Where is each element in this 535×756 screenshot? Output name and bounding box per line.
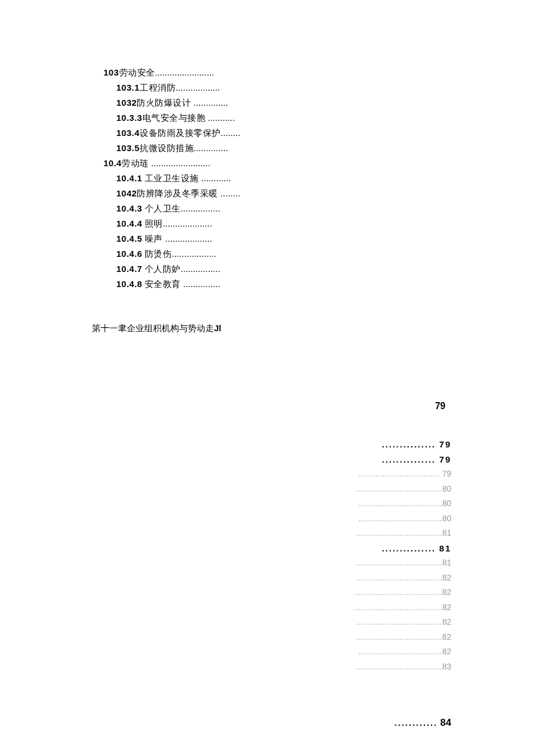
toc-entry: 103劳动安全........................ — [104, 65, 278, 80]
leader-dots: .............. — [191, 98, 228, 108]
leader-dots: ............ — [199, 174, 231, 183]
toc-entry-number: 10.4.5 — [116, 234, 142, 243]
page-num: 80 — [442, 499, 451, 508]
toc-entry: 10.4.8 安全教育 ............... — [116, 277, 278, 292]
page-num: 84 — [437, 717, 451, 728]
leader-dots: ........... — [205, 113, 235, 123]
page-num: 79 — [440, 469, 451, 478]
leader-dots: ........................ — [155, 68, 215, 77]
toc-entry-title: 噪声 — [142, 234, 163, 243]
toc-entry: 103.1工程消防.................. — [116, 80, 278, 95]
page-num: 82 — [442, 647, 451, 656]
toc-entry-number: 10.4.4 — [116, 218, 142, 228]
toc-entry-title: 电气安全与接胞 — [142, 113, 206, 123]
toc-entry-number: 1042 — [116, 188, 137, 198]
toc-entry-title: 工程消防 — [140, 83, 176, 92]
document-page: 103劳动安全........................103.1工程消防… — [0, 0, 535, 756]
toc-entry: 1032防火防爆设计 .............. — [116, 95, 278, 110]
leader-dots: ........ — [218, 189, 240, 198]
leader-dots: .................... — [163, 219, 212, 228]
leader-dots: ............... — [382, 454, 436, 464]
leader-dots: ................................... — [359, 647, 443, 656]
toc-entry-title: 劳动琏 — [122, 159, 149, 168]
toc-entry-title: 防辨降涉及冬季采暖 — [137, 189, 218, 198]
toc-page-line: ....................................82 — [354, 630, 451, 645]
toc-page-line: ....................................80 — [354, 482, 451, 497]
toc-page-line: ....................................82 — [354, 571, 451, 586]
toc-entry-title: 劳动安全 — [119, 68, 155, 77]
page-num: 82 — [442, 632, 451, 642]
leader-dots: .................. — [172, 249, 216, 259]
toc-page-line: ....................................82 — [354, 615, 451, 630]
leader-dots: ............... — [382, 543, 436, 553]
toc-entry-number: 103 — [104, 67, 119, 77]
toc-entry-title: 安全教育 — [142, 280, 181, 289]
toc-entry: 10.3.3电气安全与接胞 ........... — [116, 110, 278, 126]
toc-page-line: ....................................83 — [354, 660, 451, 675]
chapter-heading: 第十一聿企业组积机构与势动走Jl — [92, 323, 222, 334]
leader-dots: .................................... — [356, 618, 442, 626]
page-num: 82 — [442, 603, 451, 612]
page-num: 79 — [436, 454, 451, 464]
page-num: 81 — [442, 558, 451, 567]
leader-dots: ............... — [382, 439, 436, 449]
toc-entry: 10.4.3 个人卫生................ — [116, 201, 278, 216]
toc-entry: 10.4劳动琏 ........................ — [104, 156, 278, 171]
leader-dots: ..................................... — [354, 588, 442, 597]
toc-entry: 10.4.1 工业卫生设施 ............ — [116, 171, 278, 186]
toc-entry-number: 1032 — [116, 98, 137, 108]
page-num: 82 — [442, 617, 451, 626]
toc-page-line: ...................................80 — [354, 511, 451, 526]
page-number-bottom: ............ 84 — [394, 717, 451, 729]
toc-page-line: ............... 79 — [354, 437, 451, 452]
toc-entry: 10.4.6 防烫伤.................. — [116, 246, 278, 261]
leader-dots: .................................... — [356, 485, 442, 493]
leader-dots: ..................................... — [354, 603, 442, 612]
leader-dots: .................................... — [356, 574, 442, 582]
page-num: 82 — [442, 573, 451, 582]
leader-dots: .................................. — [359, 470, 440, 478]
toc-upper-block: 103劳动安全........................103.1工程消防… — [104, 65, 278, 292]
toc-entry-number: 10.4.6 — [116, 249, 142, 259]
toc-page-line: ............... 81 — [354, 541, 451, 556]
leader-dots: .................. — [176, 83, 220, 92]
toc-entry-title: 个人卫生 — [142, 204, 181, 213]
leader-dots: ................................... — [359, 514, 443, 523]
leader-dots: ............ — [394, 718, 437, 728]
leader-dots: .............. — [194, 144, 229, 153]
toc-page-line: ....................................81 — [354, 556, 451, 571]
toc-entry: 1042防辨降涉及冬季采暖 ........ — [116, 186, 278, 201]
toc-entry: 10.4.7 个人防妒................ — [116, 261, 278, 277]
toc-entry-number: 10.4 — [104, 158, 122, 168]
toc-entry: 103.5抗微设防措施.............. — [116, 141, 278, 156]
toc-page-line: .................................. 79 — [354, 467, 451, 482]
leader-dots: .................................... — [356, 558, 442, 567]
toc-entry-title: 工业卫生设施 — [142, 174, 199, 183]
leader-dots: ................... — [163, 234, 212, 243]
page-number-top: 79 — [435, 401, 445, 411]
toc-page-line: ...................................82 — [354, 644, 451, 660]
page-num: 80 — [442, 514, 451, 523]
leader-dots: ........................ — [149, 159, 211, 168]
toc-entry-number: 103.5 — [116, 143, 140, 153]
toc-entry-title: 个人防妒 — [142, 264, 181, 274]
leader-dots: .................................... — [356, 529, 442, 538]
toc-entry-number: 10.3.3 — [116, 113, 142, 123]
toc-page-line: .....................................82 — [354, 600, 451, 615]
toc-page-line: .....................................82 — [354, 585, 451, 600]
page-num: 79 — [436, 439, 451, 449]
leader-dots: ................ — [181, 264, 220, 274]
toc-entry-number: 103.1 — [116, 83, 140, 92]
page-num: 81 — [436, 543, 451, 553]
toc-entry-title: 照明 — [142, 219, 163, 228]
page-num: 83 — [442, 662, 451, 671]
toc-entry: 103.4设备防雨及接零保护........ — [116, 126, 278, 141]
toc-page-line: ....................................81 — [354, 526, 451, 541]
toc-entry-title: 防火防爆设计 — [137, 98, 191, 108]
toc-page-numbers: ............... 79............... 79....… — [354, 437, 451, 674]
toc-page-line: ...................................80 — [354, 496, 451, 511]
page-num: 82 — [442, 587, 451, 597]
toc-entry-number: 10.4.1 — [116, 173, 142, 183]
toc-entry-title: 设备防雨及接零保护 — [140, 128, 221, 138]
toc-entry-number: 10.4.7 — [116, 264, 142, 274]
